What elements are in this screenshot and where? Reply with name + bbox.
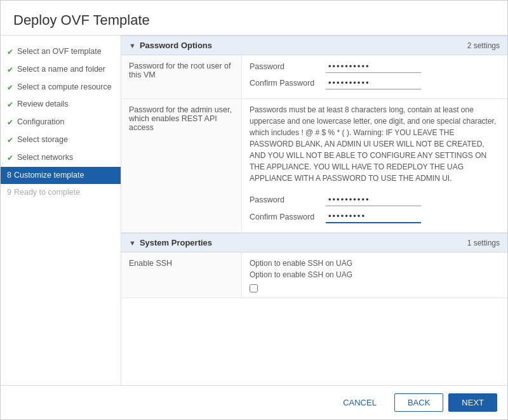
dialog-title: Deploy OVF Template: [1, 1, 507, 36]
sidebar-item-6[interactable]: ✔Select storage: [1, 131, 121, 149]
sidebar: ✔Select an OVF template✔Select a name an…: [1, 36, 121, 385]
field-row: Confirm Password: [250, 77, 500, 89]
field-row: Password: [250, 60, 500, 73]
check-icon: ✔: [7, 117, 13, 128]
property-label: Password for the root user of this VM: [121, 55, 242, 98]
check-icon: ✔: [7, 65, 13, 75]
section-toggle-icon: ▼: [129, 42, 136, 49]
property-label: Enable SSH: [121, 253, 242, 298]
field-label: Confirm Password: [250, 213, 326, 221]
property-value-cell: Option to enable SSH on UAGOption to ena…: [242, 253, 507, 298]
sidebar-item-9: 9 Ready to complete: [1, 184, 121, 202]
property-row: Password for the root user of this VMPas…: [121, 55, 507, 99]
sidebar-item-label: Select an OVF template: [17, 46, 102, 58]
section-toggle-icon: ▼: [129, 239, 136, 247]
dialog-body: ✔Select an OVF template✔Select a name an…: [1, 36, 507, 385]
step-number: 9: [7, 187, 11, 199]
check-icon: ✔: [7, 100, 13, 110]
step-number: 8: [7, 170, 11, 181]
property-row: Enable SSHOption to enable SSH on UAGOpt…: [121, 253, 507, 298]
check-icon: ✔: [7, 135, 13, 146]
property-value-cell: Passwords must be at least 8 characters …: [242, 99, 507, 232]
sidebar-item-label: Select a name and folder: [17, 64, 105, 75]
field-label: Password: [250, 62, 326, 71]
password-input[interactable]: [326, 194, 421, 206]
password-input[interactable]: [326, 77, 421, 89]
property-description: Option to enable SSH on UAG: [250, 258, 500, 269]
check-icon: ✔: [7, 153, 13, 164]
field-label: Password: [250, 195, 326, 204]
dialog-footer: CANCEL BACK NEXT: [1, 385, 507, 419]
sidebar-item-label: Customize template: [14, 170, 84, 181]
checkbox-row: [250, 284, 500, 292]
section-title: Password Options: [140, 41, 212, 50]
section-header-system-properties[interactable]: ▼System Properties1 settings: [121, 233, 507, 253]
sidebar-item-8[interactable]: 8 Customize template: [1, 167, 121, 185]
section-count: 2 settings: [467, 41, 500, 50]
sidebar-item-label: Select networks: [17, 152, 73, 164]
sidebar-item-3[interactable]: ✔Select a compute resource: [1, 79, 121, 96]
property-label: Password for the admin user, which enabl…: [121, 99, 242, 232]
main-content: ▼Password Options2 settingsPassword for …: [121, 36, 507, 385]
property-description: Passwords must be at least 8 characters …: [250, 104, 500, 184]
cancel-button[interactable]: CANCEL: [330, 393, 389, 412]
property-value-cell: PasswordConfirm Password: [242, 55, 507, 98]
property-row: Password for the admin user, which enabl…: [121, 99, 507, 233]
field-label: Confirm Password: [250, 79, 326, 88]
sidebar-item-label: Configuration: [17, 117, 64, 128]
sidebar-item-label: Select storage: [17, 135, 68, 146]
sidebar-item-label: Ready to complete: [14, 187, 80, 199]
sidebar-item-7[interactable]: ✔Select networks: [1, 149, 121, 167]
password-input[interactable]: [326, 60, 421, 73]
password-input[interactable]: [326, 210, 421, 223]
check-icon: ✔: [7, 82, 13, 93]
next-button[interactable]: NEXT: [448, 393, 497, 412]
field-row: Password: [250, 194, 500, 206]
sidebar-item-label: Review details: [17, 99, 69, 110]
enable-ssh-checkbox[interactable]: [250, 284, 258, 292]
deploy-ovf-dialog: Deploy OVF Template ✔Select an OVF templ…: [0, 0, 508, 420]
back-button[interactable]: BACK: [394, 393, 443, 412]
sidebar-item-1[interactable]: ✔Select an OVF template: [1, 43, 121, 61]
sidebar-item-4[interactable]: ✔Review details: [1, 96, 121, 114]
field-row: Confirm Password: [250, 210, 500, 223]
check-icon: ✔: [7, 47, 13, 58]
content-scroll[interactable]: ▼Password Options2 settingsPassword for …: [121, 36, 507, 385]
sidebar-item-5[interactable]: ✔Configuration: [1, 114, 121, 131]
sidebar-item-label: Select a compute resource: [17, 82, 112, 93]
section-title: System Properties: [140, 238, 212, 247]
section-count: 1 settings: [467, 239, 500, 247]
ssh-description: Option to enable SSH on UAG: [250, 269, 500, 280]
section-header-password-options[interactable]: ▼Password Options2 settings: [121, 36, 507, 55]
sidebar-item-2[interactable]: ✔Select a name and folder: [1, 61, 121, 79]
